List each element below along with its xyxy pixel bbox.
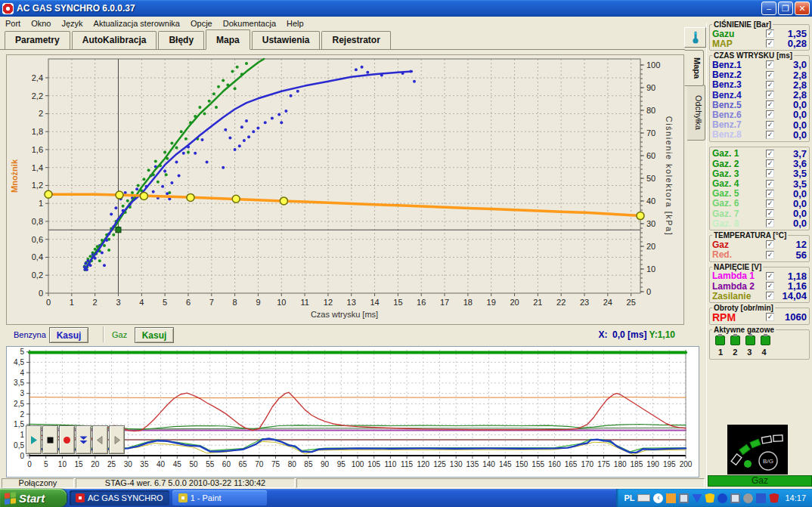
- menu-item-help[interactable]: Help: [281, 18, 309, 29]
- skip-down-icon: [79, 435, 88, 445]
- tab-ustawienia[interactable]: Ustawienia: [252, 31, 321, 49]
- reading-checkbox[interactable]: ✓: [766, 180, 774, 188]
- menu-item-port[interactable]: Port: [0, 18, 26, 29]
- menu-item-okno[interactable]: Okno: [26, 18, 56, 29]
- tab-rejestrator[interactable]: Rejestrator: [321, 31, 390, 49]
- display-icon[interactable]: [679, 493, 689, 503]
- reading-label: Gaz. 1: [712, 148, 764, 159]
- svg-text:30: 30: [124, 460, 133, 468]
- record-button[interactable]: [59, 425, 75, 454]
- reading-label: Benz.4: [712, 90, 764, 100]
- reading-row: Gaz. 1✓3,7: [712, 149, 807, 159]
- menu-item-dokumentacja[interactable]: Dokumentacja: [218, 18, 281, 29]
- reading-row: Benz.2✓2,8: [712, 70, 807, 80]
- volume-icon[interactable]: [743, 493, 753, 503]
- reading-checkbox[interactable]: ✓: [766, 272, 774, 280]
- reading-checkbox[interactable]: ✓: [766, 71, 774, 79]
- svg-text:80: 80: [646, 106, 655, 115]
- reading-checkbox[interactable]: ✓: [766, 81, 774, 89]
- thermometer-button[interactable]: [684, 27, 706, 48]
- gas-injector-icon: [761, 335, 770, 345]
- antivirus-icon[interactable]: [769, 493, 779, 503]
- tab-parametry[interactable]: Parametry: [5, 31, 70, 49]
- reading-value: 0,0: [776, 129, 807, 141]
- security-alert-icon[interactable]: [705, 493, 714, 503]
- task-button-1-paint[interactable]: 1 - Paint: [172, 490, 267, 505]
- map-chart-panel[interactable]: 0123456789101112131415161718192021222324…: [6, 54, 684, 325]
- reading-checkbox[interactable]: ✓: [766, 219, 774, 227]
- menu-item-opcje[interactable]: Opcje: [185, 18, 218, 29]
- reading-checkbox[interactable]: ✓: [766, 209, 774, 218]
- reading-checkbox[interactable]: ✓: [766, 121, 774, 129]
- task-button-ac-gas-synchro[interactable]: AC GAS SYNCHRO: [70, 490, 169, 505]
- svg-text:B/G: B/G: [763, 458, 773, 465]
- reading-row: Gazu✓1,35: [712, 29, 807, 39]
- task-icon: [178, 493, 188, 502]
- reading-checkbox[interactable]: ✓: [766, 91, 774, 99]
- scope-chart-panel[interactable]: 0510152025303540455055606570758085909510…: [6, 346, 699, 478]
- scope-chart[interactable]: 0510152025303540455055606570758085909510…: [7, 347, 697, 475]
- prev-button[interactable]: [92, 425, 108, 454]
- menu-item-aktualizacja-sterownika[interactable]: Aktualizacja sterownika: [88, 18, 185, 29]
- reading-checkbox[interactable]: ✓: [766, 190, 774, 198]
- minimize-button[interactable]: –: [761, 2, 776, 15]
- reading-checkbox[interactable]: ✓: [766, 251, 774, 259]
- reading-checkbox[interactable]: ✓: [766, 292, 774, 300]
- reading-label: Lambda 1: [712, 271, 764, 281]
- svg-text:40: 40: [646, 196, 655, 206]
- reading-label: RPM: [712, 311, 764, 323]
- close-button[interactable]: ✕: [795, 2, 810, 15]
- start-button[interactable]: Start: [0, 489, 67, 507]
- reading-value: 1060: [776, 311, 807, 323]
- side-tab-mapa[interactable]: Mapa: [684, 50, 704, 86]
- svg-text:11: 11: [300, 298, 308, 307]
- reading-checkbox[interactable]: ✓: [766, 150, 774, 158]
- reading-checkbox[interactable]: ✓: [766, 159, 774, 168]
- side-tab-odchylka[interactable]: Odchyłka: [687, 85, 705, 141]
- next-button[interactable]: [109, 425, 125, 454]
- update-icon[interactable]: [666, 493, 676, 503]
- reading-checkbox[interactable]: ✓: [766, 110, 774, 119]
- skip-down-button[interactable]: [76, 425, 91, 454]
- kasuj-gaz-button[interactable]: Kasuj: [135, 327, 174, 343]
- keyboard-icon[interactable]: [637, 494, 650, 502]
- svg-text:75: 75: [271, 460, 280, 468]
- stop-button[interactable]: [42, 425, 58, 454]
- reading-checkbox[interactable]: ✓: [766, 39, 774, 48]
- svg-text:4,5: 4,5: [14, 358, 24, 366]
- network-icon[interactable]: [730, 493, 740, 503]
- reading-checkbox[interactable]: ✓: [766, 29, 774, 38]
- reading-label: Benz.1: [712, 60, 764, 70]
- svg-text:0,6: 0,6: [32, 235, 43, 244]
- bluetooth-icon[interactable]: [717, 493, 727, 503]
- hide-icons-chevron[interactable]: ‹: [653, 493, 663, 503]
- svg-text:0,4: 0,4: [32, 252, 43, 261]
- reading-checkbox[interactable]: ✓: [766, 169, 774, 178]
- map-chart[interactable]: 0123456789101112131415161718192021222324…: [7, 55, 683, 324]
- restore-button[interactable]: ❐: [778, 2, 793, 15]
- svg-text:1: 1: [39, 199, 43, 208]
- svg-text:10: 10: [277, 298, 286, 307]
- reading-checkbox[interactable]: ✓: [766, 240, 774, 249]
- svg-text:10: 10: [646, 264, 655, 274]
- reading-checkbox[interactable]: ✓: [766, 60, 774, 69]
- reading-checkbox[interactable]: ✓: [766, 131, 774, 139]
- nvidia-settings-icon[interactable]: [692, 493, 702, 503]
- reading-checkbox[interactable]: ✓: [766, 282, 774, 290]
- reading-checkbox[interactable]: ✓: [766, 199, 774, 208]
- reading-checkbox[interactable]: ✓: [766, 100, 774, 109]
- windows-logo-icon: [5, 492, 16, 505]
- tab-autokalibracja[interactable]: AutoKalibracja: [72, 31, 157, 49]
- battery-icon[interactable]: [756, 493, 766, 503]
- kasuj-benzyna-button[interactable]: Kasuj: [49, 327, 88, 343]
- gas-mode-button[interactable]: Gaz: [708, 475, 812, 487]
- play-button[interactable]: [26, 425, 42, 454]
- cursor-readout: X: 0,0 [ms] Y:1,10: [598, 329, 675, 340]
- language-indicator[interactable]: PL: [624, 493, 634, 502]
- svg-text:2,2: 2,2: [32, 91, 43, 100]
- tab-mapa[interactable]: Mapa: [206, 29, 250, 50]
- reading-checkbox[interactable]: ✓: [766, 313, 774, 321]
- menu-item-język[interactable]: Język: [56, 18, 88, 29]
- svg-text:80: 80: [288, 460, 297, 468]
- tab-błędy[interactable]: Błędy: [158, 31, 204, 49]
